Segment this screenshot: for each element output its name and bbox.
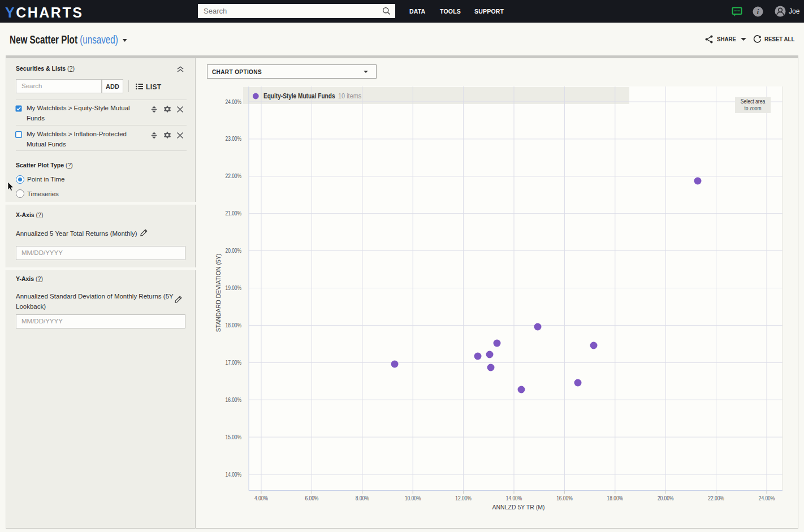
svg-text:24.00%: 24.00% [759, 495, 775, 501]
svg-text:8.00%: 8.00% [356, 495, 369, 501]
svg-text:Equity-Style Mutual Funds: Equity-Style Mutual Funds [263, 92, 335, 100]
svg-text:STANDARD DEVIATION (5Y): STANDARD DEVIATION (5Y) [215, 254, 222, 332]
svg-text:22.00%: 22.00% [708, 495, 724, 501]
svg-text:22.00%: 22.00% [226, 172, 242, 179]
svg-text:16.00%: 16.00% [226, 396, 242, 403]
svg-text:17.00%: 17.00% [226, 359, 242, 366]
svg-text:19.00%: 19.00% [226, 284, 242, 291]
svg-text:to zoom: to zoom [745, 105, 762, 111]
svg-text:20.00%: 20.00% [226, 247, 242, 254]
svg-text:18.00%: 18.00% [607, 495, 624, 501]
svg-text:10 items: 10 items [338, 92, 361, 100]
svg-text:4.00%: 4.00% [254, 495, 268, 501]
svg-text:Select area: Select area [741, 98, 766, 105]
svg-text:23.00%: 23.00% [226, 135, 242, 142]
svg-text:24.00%: 24.00% [226, 98, 242, 105]
svg-text:15.00%: 15.00% [226, 434, 242, 440]
svg-text:16.00%: 16.00% [556, 495, 573, 501]
svg-text:14.00%: 14.00% [506, 495, 522, 501]
svg-text:10.00%: 10.00% [405, 495, 421, 501]
svg-text:14.00%: 14.00% [226, 471, 242, 478]
svg-text:ANNLZD 5Y TR (M): ANNLZD 5Y TR (M) [492, 504, 545, 511]
svg-text:18.00%: 18.00% [226, 322, 242, 328]
svg-text:21.00%: 21.00% [226, 210, 242, 217]
svg-text:20.00%: 20.00% [658, 495, 674, 501]
svg-text:12.00%: 12.00% [455, 495, 472, 501]
svg-text:6.00%: 6.00% [305, 495, 318, 501]
